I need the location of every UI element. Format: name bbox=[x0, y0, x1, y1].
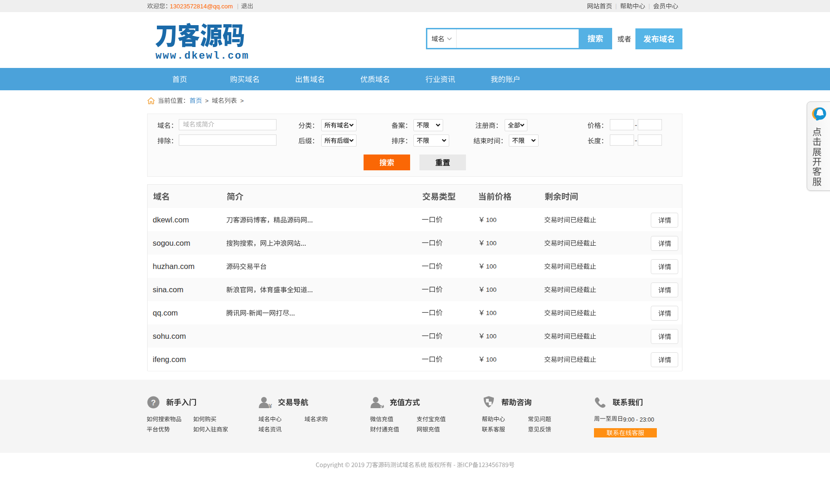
svg-text:¥: ¥ bbox=[269, 403, 272, 409]
svg-text:?: ? bbox=[151, 398, 155, 407]
